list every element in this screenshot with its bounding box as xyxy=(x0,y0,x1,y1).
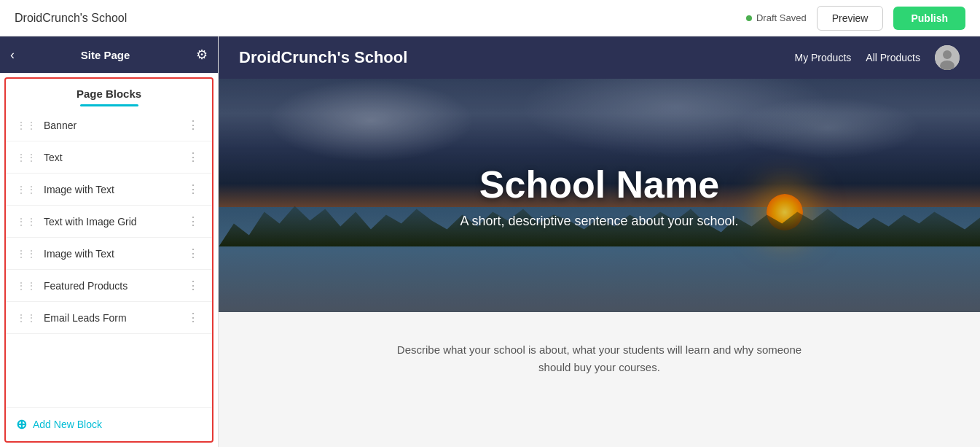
block-item-banner[interactable]: ⋮⋮ Banner ⋮ xyxy=(6,109,212,141)
site-name-label: DroidCrunch's School xyxy=(15,12,127,25)
more-options-icon[interactable]: ⋮ xyxy=(184,149,202,166)
draft-status-label: Draft Saved xyxy=(756,12,807,23)
below-hero-text: Describe what your school is about, what… xyxy=(396,341,804,376)
more-options-icon[interactable]: ⋮ xyxy=(184,181,202,198)
more-options-icon[interactable]: ⋮ xyxy=(184,117,202,133)
preview-header: DroidCrunch's School My Products All Pro… xyxy=(219,36,980,79)
block-label: Text xyxy=(44,152,184,163)
hero-text: School Name A short, descriptive sentenc… xyxy=(460,163,738,229)
content-area: DroidCrunch's School My Products All Pro… xyxy=(219,36,980,447)
publish-button[interactable]: Publish xyxy=(893,7,965,30)
hero-title: School Name xyxy=(460,163,738,206)
plus-circle-icon: ⊕ xyxy=(16,416,27,432)
nav-all-products[interactable]: All Products xyxy=(866,52,920,63)
block-label: Featured Products xyxy=(44,280,184,292)
preview-nav: My Products All Products xyxy=(794,45,960,70)
top-bar: DroidCrunch's School Draft Saved Preview… xyxy=(0,0,980,36)
more-options-icon[interactable]: ⋮ xyxy=(184,245,202,262)
drag-handle-icon: ⋮⋮ xyxy=(16,280,36,292)
sidebar-header: ‹ Site Page ⚙ xyxy=(0,36,218,73)
main-layout: ‹ Site Page ⚙ Page Blocks ⋮⋮ Banner ⋮ ⋮⋮… xyxy=(0,36,980,447)
below-hero-section: Describe what your school is about, what… xyxy=(219,312,980,407)
drag-handle-icon: ⋮⋮ xyxy=(16,152,36,163)
page-blocks-title: Page Blocks xyxy=(16,88,202,100)
block-label: Email Leads Form xyxy=(44,312,184,324)
page-blocks-header: Page Blocks xyxy=(6,79,212,106)
block-item-image-with-text-2[interactable]: ⋮⋮ Image with Text ⋮ xyxy=(6,238,212,270)
more-options-icon[interactable]: ⋮ xyxy=(184,277,202,294)
drag-handle-icon: ⋮⋮ xyxy=(16,216,36,228)
sidebar: ‹ Site Page ⚙ Page Blocks ⋮⋮ Banner ⋮ ⋮⋮… xyxy=(0,36,219,447)
top-bar-actions: Draft Saved Preview Publish xyxy=(746,6,965,31)
drag-handle-icon: ⋮⋮ xyxy=(16,120,36,131)
back-button[interactable]: ‹ xyxy=(10,47,15,63)
blocks-list: ⋮⋮ Banner ⋮ ⋮⋮ Text ⋮ ⋮⋮ Image with Text… xyxy=(6,106,212,407)
block-label: Image with Text xyxy=(44,184,184,195)
add-new-label: Add New Block xyxy=(33,419,102,430)
drag-handle-icon: ⋮⋮ xyxy=(16,248,36,260)
user-avatar[interactable] xyxy=(935,45,960,70)
more-options-icon[interactable]: ⋮ xyxy=(184,309,202,326)
block-label: Banner xyxy=(44,120,184,131)
block-item-featured-products[interactable]: ⋮⋮ Featured Products ⋮ xyxy=(6,270,212,302)
svg-point-1 xyxy=(943,50,952,59)
gear-icon[interactable]: ⚙ xyxy=(196,47,208,63)
preview-site-title: DroidCrunch's School xyxy=(239,48,407,67)
draft-dot-icon xyxy=(746,15,752,21)
hero-banner: School Name A short, descriptive sentenc… xyxy=(219,79,980,312)
drag-handle-icon: ⋮⋮ xyxy=(16,184,36,195)
page-blocks-container: Page Blocks ⋮⋮ Banner ⋮ ⋮⋮ Text ⋮ ⋮⋮ Ima… xyxy=(4,77,213,443)
block-item-email-leads-form[interactable]: ⋮⋮ Email Leads Form ⋮ xyxy=(6,302,212,334)
block-label: Image with Text xyxy=(44,248,184,260)
block-item-image-with-text-1[interactable]: ⋮⋮ Image with Text ⋮ xyxy=(6,174,212,206)
more-options-icon[interactable]: ⋮ xyxy=(184,213,202,230)
preview-button[interactable]: Preview xyxy=(817,6,884,31)
draft-status: Draft Saved xyxy=(746,12,807,23)
drag-handle-icon: ⋮⋮ xyxy=(16,312,36,324)
block-item-text[interactable]: ⋮⋮ Text ⋮ xyxy=(6,141,212,174)
sidebar-title: Site Page xyxy=(81,49,130,61)
nav-my-products[interactable]: My Products xyxy=(794,52,851,63)
add-new-block-button[interactable]: ⊕ Add New Block xyxy=(6,407,212,441)
hero-subtitle: A short, descriptive sentence about your… xyxy=(460,214,738,229)
block-label: Text with Image Grid xyxy=(44,216,184,228)
block-item-text-with-image-grid[interactable]: ⋮⋮ Text with Image Grid ⋮ xyxy=(6,206,212,238)
